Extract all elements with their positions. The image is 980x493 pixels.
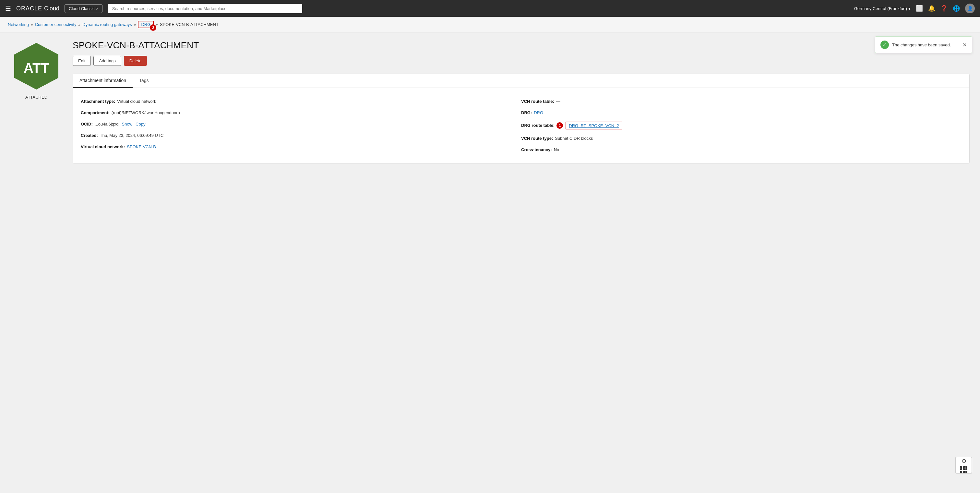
detail-created: Created: Thu, May 23, 2024, 06:09:49 UTC: [81, 130, 521, 141]
drg-link[interactable]: DRG: [534, 110, 543, 115]
drg-rt-box: 1 DRG_RT_SPOKE_VCN_2: [557, 122, 622, 129]
detail-drg-route-table: DRG route table: 1 DRG_RT_SPOKE_VCN_2: [521, 118, 961, 133]
detail-vcn: Virtual cloud network: SPOKE-VCN-B: [81, 141, 521, 153]
ocid-copy-link[interactable]: Copy: [135, 122, 145, 127]
breadcrumb-sep-1: »: [31, 22, 33, 27]
page-info: SPOKE-VCN-B-ATTACHMENT Edit Add tags Del…: [73, 40, 970, 164]
menu-icon[interactable]: ☰: [5, 5, 11, 12]
help-btn-grid: [960, 466, 967, 473]
detail-cross-tenancy: Cross-tenancy: No: [521, 144, 961, 155]
breadcrumb-customer-connectivity[interactable]: Customer connectivity: [35, 22, 76, 27]
breadcrumb-sep-3: »: [134, 22, 136, 27]
topbar-right: Germany Central (Frankfurt) ▾ ⬜ 🔔 ❓ 🌐 👤: [854, 3, 975, 13]
action-buttons: Edit Add tags Delete: [73, 56, 970, 66]
detail-ocid: OCID: ...ou4al6jqxq Show Copy: [81, 118, 521, 130]
hexagon-icon: ATT: [10, 40, 62, 92]
detail-vcn-route-type: VCN route type: Subnet CIDR blocks: [521, 133, 961, 144]
tab-attachment-information[interactable]: Attachment information: [73, 74, 133, 88]
bell-icon[interactable]: 🔔: [928, 5, 935, 12]
notification-banner: ✓ The changes have been saved. ✕: [875, 36, 972, 53]
breadcrumb-sep-4: »: [156, 22, 158, 27]
help-icon[interactable]: ❓: [940, 5, 948, 12]
breadcrumb-drg[interactable]: DRG: [141, 22, 151, 27]
edit-button[interactable]: Edit: [73, 56, 91, 66]
drg-rt-link-box: DRG_RT_SPOKE_VCN_2: [566, 122, 622, 129]
details-right-column: VCN route table: — DRG: DRG DRG route ta…: [521, 96, 961, 155]
notification-close-button[interactable]: ✕: [963, 42, 967, 48]
detail-attachment-type: Attachment type: Virtual cloud network: [81, 96, 521, 107]
console-icon[interactable]: ⬜: [916, 5, 923, 12]
page-header: ATT ATTACHED SPOKE-VCN-B-ATTACHMENT Edit…: [10, 40, 970, 164]
user-avatar[interactable]: 👤: [965, 3, 975, 13]
hex-label: ATTACHED: [25, 95, 47, 100]
tabs-container: Attachment information Tags Attachment t…: [73, 74, 970, 164]
tabs-header: Attachment information Tags: [73, 74, 969, 88]
hex-container: ATT ATTACHED: [10, 40, 62, 100]
vcn-link[interactable]: SPOKE-VCN-B: [127, 144, 156, 149]
breadcrumb-drg-box[interactable]: DRG 2: [138, 21, 154, 28]
help-btn-icon: ⊙: [961, 457, 966, 464]
notification-text: The changes have been saved.: [892, 43, 959, 47]
oracle-text: ORACLE: [16, 5, 42, 12]
page-title: SPOKE-VCN-B-ATTACHMENT: [73, 40, 970, 51]
drg-badge: 2: [150, 24, 156, 31]
details-grid: Attachment type: Virtual cloud network C…: [73, 88, 969, 163]
cloud-classic-button[interactable]: Cloud Classic >: [65, 4, 102, 13]
search-input[interactable]: [108, 4, 302, 13]
svg-text:ATT: ATT: [24, 60, 49, 76]
breadcrumb-current: SPOKE-VCN-B-ATTACHMENT: [160, 22, 219, 27]
detail-drg: DRG: DRG: [521, 107, 961, 118]
details-left-column: Attachment type: Virtual cloud network C…: [81, 96, 521, 155]
breadcrumb-networking[interactable]: Networking: [8, 22, 29, 27]
help-button[interactable]: ⊙: [955, 457, 972, 474]
main-content: ATT ATTACHED SPOKE-VCN-B-ATTACHMENT Edit…: [0, 32, 980, 493]
detail-vcn-route-table: VCN route table: —: [521, 96, 961, 107]
breadcrumb: Networking » Customer connectivity » Dyn…: [0, 17, 980, 32]
detail-compartment: Compartment: (root)/NETWORK/IwanHoogendo…: [81, 107, 521, 118]
notification-success-icon: ✓: [880, 41, 889, 49]
region-selector[interactable]: Germany Central (Frankfurt) ▾: [854, 6, 911, 11]
cloud-text: Cloud: [44, 5, 59, 12]
breadcrumb-sep-2: »: [78, 22, 81, 27]
ocid-show-link[interactable]: Show: [122, 122, 133, 127]
drg-route-table-link[interactable]: DRG_RT_SPOKE_VCN_2: [569, 123, 619, 128]
oracle-logo: ORACLE Cloud: [16, 5, 59, 12]
add-tags-button[interactable]: Add tags: [93, 56, 121, 66]
drg-rt-badge: 1: [557, 122, 563, 129]
globe-icon[interactable]: 🌐: [953, 5, 960, 12]
topbar: ☰ ORACLE Cloud Cloud Classic > Germany C…: [0, 0, 980, 17]
delete-button[interactable]: Delete: [124, 56, 147, 66]
tab-tags[interactable]: Tags: [133, 74, 155, 88]
breadcrumb-dynamic-routing[interactable]: Dynamic routing gateways: [83, 22, 132, 27]
